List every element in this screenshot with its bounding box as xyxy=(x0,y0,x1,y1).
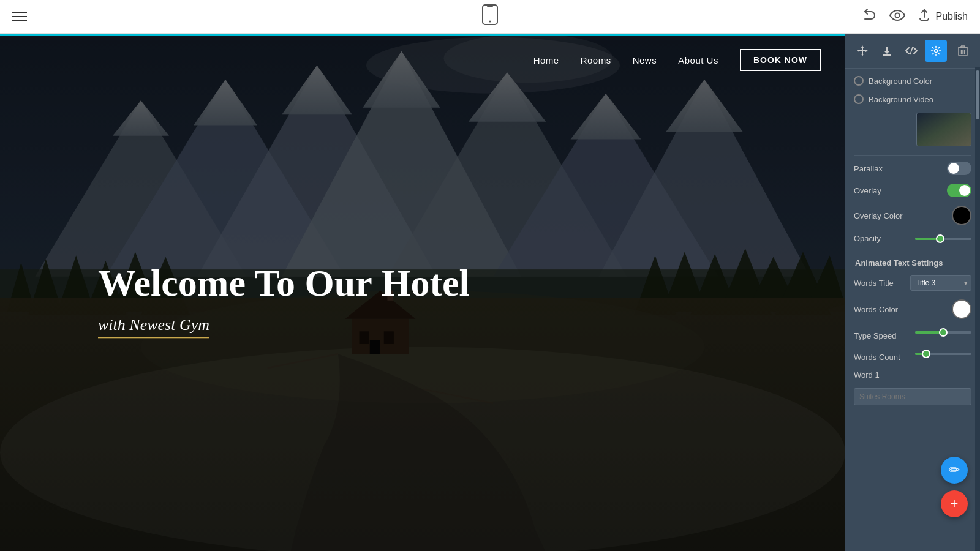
overlay-color-row: Overlay Color xyxy=(854,206,971,225)
nav-home[interactable]: Home xyxy=(533,55,559,66)
word1-input-wrapper xyxy=(854,388,971,405)
overlay-color-label: Overlay Color xyxy=(854,211,947,220)
svg-marker-49 xyxy=(865,50,868,52)
words-title-row: Words Title Title 3 Title 1 Title 2 xyxy=(854,275,971,291)
overlay-label: Overlay xyxy=(854,186,942,195)
word1-input[interactable] xyxy=(854,388,971,405)
hero-navigation: Home Rooms News About Us BOOK NOW xyxy=(0,34,845,86)
settings-tool-button[interactable] xyxy=(925,40,947,62)
nav-rooms[interactable]: Rooms xyxy=(581,55,611,66)
divider-2 xyxy=(854,252,971,252)
widget-toolbar xyxy=(845,34,980,69)
words-count-label: Words Count xyxy=(854,349,910,362)
parallax-toggle-thumb xyxy=(948,163,959,174)
word1-row: Word 1 xyxy=(854,370,971,380)
words-count-row: Words Count xyxy=(854,349,971,362)
main-toolbar: Publish xyxy=(0,0,980,34)
opacity-slider[interactable] xyxy=(915,238,971,240)
background-video-label: Background Video xyxy=(869,95,971,104)
words-count-slider-thumb[interactable] xyxy=(922,350,930,358)
delete-tool-button[interactable] xyxy=(952,40,974,62)
edit-icon: ✏ xyxy=(949,463,960,477)
hamburger-menu[interactable] xyxy=(12,12,27,21)
overlay-toggle-thumb xyxy=(959,185,970,196)
svg-point-1 xyxy=(489,21,491,23)
toolbar-center xyxy=(481,4,499,29)
overlay-row: Overlay xyxy=(854,184,971,197)
svg-line-53 xyxy=(910,47,913,54)
words-color-label: Words Color xyxy=(854,305,947,314)
move-tool-button[interactable] xyxy=(851,40,873,62)
hero-content: Welcome To Our Hotel with Newest Gym xyxy=(98,262,470,338)
type-speed-row: Type Speed xyxy=(854,328,971,340)
nav-about[interactable]: About Us xyxy=(678,55,718,66)
svg-marker-46 xyxy=(861,45,864,48)
background-color-row: Background Color xyxy=(854,76,971,86)
publish-label: Publish xyxy=(936,11,968,22)
fab-add-button[interactable]: + xyxy=(941,490,968,517)
words-count-slider[interactable] xyxy=(915,353,971,355)
plus-icon: + xyxy=(951,497,959,511)
svg-point-3 xyxy=(895,13,899,18)
opacity-label: Opacity xyxy=(854,234,910,243)
words-title-label: Words Title xyxy=(854,279,905,288)
publish-button[interactable]: Publish xyxy=(918,9,968,25)
upload-icon xyxy=(918,9,931,25)
panel-scrollbar[interactable] xyxy=(975,67,980,551)
svg-marker-47 xyxy=(861,54,864,56)
word1-label: Word 1 xyxy=(854,370,971,380)
opacity-row: Opacity xyxy=(854,234,971,243)
opacity-slider-thumb[interactable] xyxy=(936,234,944,243)
panel-scrollbar-thumb xyxy=(976,70,979,119)
parallax-toggle[interactable] xyxy=(947,162,971,175)
book-now-button[interactable]: BOOK NOW xyxy=(740,49,821,71)
toolbar-right: Publish xyxy=(862,7,968,26)
canvas-area: Home Rooms News About Us BOOK NOW Welcom… xyxy=(0,34,845,551)
undo-button[interactable] xyxy=(862,7,877,26)
background-video-radio[interactable] xyxy=(854,94,864,104)
overlay-color-swatch[interactable] xyxy=(952,206,971,225)
background-color-label: Background Color xyxy=(869,77,971,86)
svg-marker-48 xyxy=(857,50,859,52)
preview-button[interactable] xyxy=(889,9,905,24)
nav-news[interactable]: News xyxy=(633,55,657,66)
words-color-row: Words Color xyxy=(854,299,971,319)
svg-marker-51 xyxy=(884,51,889,54)
background-video-row: Background Video xyxy=(854,94,971,104)
divider-1 xyxy=(854,155,971,156)
hero-title: Welcome To Our Hotel xyxy=(98,262,470,304)
hero-subtitle: with Newest Gym xyxy=(98,316,209,338)
type-speed-slider-thumb[interactable] xyxy=(939,328,948,337)
words-title-select[interactable]: Title 3 Title 1 Title 2 xyxy=(910,275,971,291)
download-tool-button[interactable] xyxy=(876,40,898,62)
type-speed-label: Type Speed xyxy=(854,328,910,340)
parallax-row: Parallax xyxy=(854,162,971,175)
svg-point-54 xyxy=(935,50,938,53)
thumbnail-image xyxy=(917,113,971,146)
fab-edit-button[interactable]: ✏ xyxy=(941,457,968,484)
type-speed-slider[interactable] xyxy=(915,331,971,334)
words-color-swatch[interactable] xyxy=(952,299,971,319)
mobile-preview-button[interactable] xyxy=(481,4,499,29)
toolbar-left xyxy=(12,12,27,21)
background-thumbnail[interactable] xyxy=(916,113,971,146)
background-color-radio[interactable] xyxy=(854,76,864,86)
words-title-select-wrapper: Title 3 Title 1 Title 2 xyxy=(910,275,971,291)
parallax-label: Parallax xyxy=(854,164,942,173)
animated-text-header: Animated Text Settings xyxy=(854,258,971,268)
main-area: Home Rooms News About Us BOOK NOW Welcom… xyxy=(0,34,980,551)
overlay-toggle[interactable] xyxy=(947,184,971,197)
code-tool-button[interactable] xyxy=(900,40,922,62)
